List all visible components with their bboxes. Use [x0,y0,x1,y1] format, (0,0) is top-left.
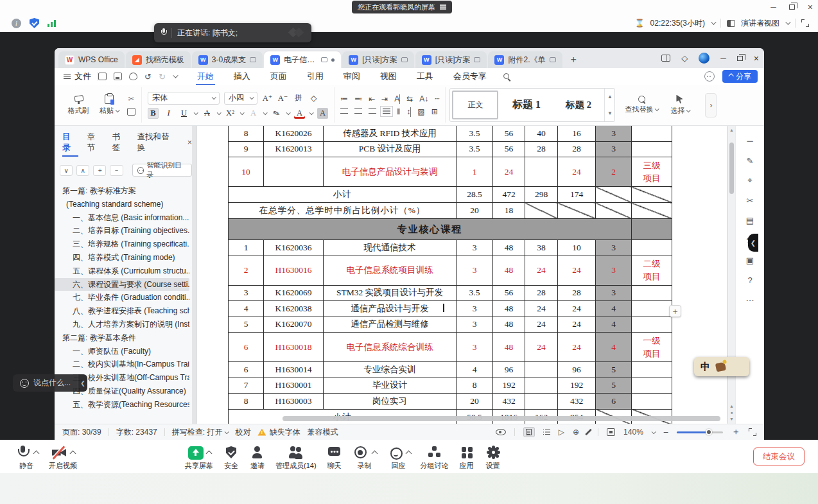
page-view-button[interactable] [523,427,535,437]
table-cell[interactable]: 24 [525,317,558,333]
table-cell[interactable]: H1630003 [264,394,324,410]
toolbar-聊天[interactable]: 聊天 [326,444,343,471]
timer-caret-icon[interactable] [711,19,716,24]
table-cell[interactable]: 20 [457,394,493,410]
save-icon[interactable] [98,73,107,80]
web-view-icon[interactable]: ⊕ [573,428,579,437]
paste-button[interactable]: 粘贴 [96,94,122,116]
outline-item[interactable]: 五、课程体系 (Curriculum structu... [55,265,189,278]
menu-视图[interactable]: 视图 [379,68,398,85]
table-cell[interactable]: H1630001 [264,378,324,394]
wps-tab-[只读]方案[interactable]: W[只读]方案 [415,51,487,68]
align-left-icon[interactable] [340,109,348,114]
text-effects-button[interactable]: A [248,108,259,119]
outline-item[interactable]: 第二篇: 教学基本条件 [55,331,189,345]
cjk-layout-icon[interactable]: ⇆ [406,94,413,103]
select-cursor-icon[interactable]: ⌖ [744,175,756,186]
caret-up-icon[interactable] [33,451,40,457]
table-cell[interactable] [632,126,672,141]
table-cell[interactable]: 56 [493,141,525,157]
table-cell[interactable]: 24 [558,317,596,333]
table-cell[interactable]: 2 [596,157,632,187]
table-cell[interactable]: 432 [558,394,596,410]
table-cell[interactable]: 一级项目 [632,333,672,362]
view-caret-icon[interactable] [785,19,790,24]
style-heading1[interactable]: 标题 1 [500,89,552,121]
table-cell[interactable]: 38 [525,240,558,256]
table-cell[interactable] [632,378,672,394]
highlight-pen-button[interactable]: ✎ [270,106,284,120]
superscript-button[interactable]: X² [225,108,236,119]
table-cell[interactable]: 4 [596,333,632,362]
table-cell[interactable]: 电子信息系统项目训练 [324,256,457,285]
table-cell[interactable] [632,285,672,301]
align-center-icon[interactable] [354,109,362,114]
table-cell[interactable]: 96 [493,362,525,378]
borders-icon[interactable]: ⊞ [431,107,438,116]
caption-placeholder[interactable]: 说点什么... [33,378,71,388]
toolbar-邀请[interactable]: 邀请 [249,444,266,471]
table-cell[interactable] [632,187,672,203]
table-cell[interactable] [558,203,596,219]
table-cell[interactable]: 4 [229,301,264,317]
end-meeting-button[interactable]: 结束会议 [753,448,805,465]
scrollbar-thumb[interactable] [729,143,734,194]
format-painter-button[interactable]: 格式刷 [65,95,91,116]
table-cell[interactable] [632,141,672,157]
style-normal[interactable]: 正文 [452,91,498,119]
help-icon[interactable]: ? [744,274,756,286]
outline-item[interactable]: 一、师资队伍 (Faculty) [55,345,189,358]
table-cell[interactable]: 28.5 [457,187,493,203]
search-icon[interactable] [503,73,509,79]
outline-minus-button[interactable]: － [110,165,123,176]
table-cell[interactable]: 20 [457,203,493,219]
table-cell[interactable]: 专业综合实训 [324,362,457,378]
caret-up-icon[interactable] [205,451,212,457]
zoom-out-button[interactable]: − [663,427,668,437]
table-cell[interactable]: 3 [457,256,493,285]
cut-icon[interactable]: ✂ [744,195,756,206]
table-cell[interactable]: 3 [457,317,493,333]
menu-审阅[interactable]: 审阅 [342,68,361,85]
menu-引用[interactable]: 引用 [306,68,325,85]
toolbar-录制[interactable]: 录制 [352,444,377,471]
prev-page-icon[interactable]: ▲ [729,404,734,408]
table-cell[interactable]: 电子信息产品设计与装调 [324,157,457,187]
table-cell[interactable]: 3 [457,240,493,256]
toolbar-静音[interactable]: 静音 [14,444,39,471]
table-cell[interactable]: 在总学分、总学时中所占比例小计（%） [229,203,457,219]
outline-item[interactable]: 二、校内实训基地(In-Campus Train... [55,358,189,371]
table-cell[interactable] [525,157,558,187]
wps-restore-button[interactable] [737,56,743,61]
caret-up-icon[interactable] [70,451,76,457]
table-cell[interactable]: 24 [558,256,596,285]
italic-button[interactable]: I [163,108,174,119]
avatar[interactable] [699,53,709,64]
font-color-button[interactable]: A [294,108,305,119]
table-cell[interactable]: 8 [229,126,264,141]
table-cell[interactable]: 3 [229,285,264,301]
phonetic-guide-button[interactable]: 拼 [293,92,304,103]
table-cell[interactable]: 10 [558,240,596,256]
table-cell[interactable]: 3.5 [457,141,493,157]
print-icon[interactable] [114,73,122,80]
capture-icon[interactable]: ▣ [744,254,756,266]
wps-tab-[只读]方案[interactable]: W[只读]方案 [342,51,414,68]
table-cell[interactable]: 96 [558,362,596,378]
shading-icon[interactable]: ▨ [417,107,424,116]
split-view-icon[interactable] [661,55,670,62]
table-cell[interactable] [596,187,632,203]
ruler-icon[interactable]: ┄ [435,94,439,103]
style-scroll-down-icon[interactable]: ▼ [607,110,613,116]
table-cell[interactable]: 专业核心课程 [229,219,632,240]
table-cell[interactable]: 3 [596,126,632,141]
table-cell[interactable]: STM32 实践项目设计与开发 [324,285,457,301]
char-shading-button[interactable]: A [317,108,328,119]
text-direction-icon[interactable]: A [394,94,400,103]
wps-tab-找稻壳模板[interactable]: ◢找稻壳模板 [126,51,191,68]
table-cell[interactable]: H1630014 [264,362,324,378]
distribute-icon[interactable]: ⦀ [397,107,400,116]
sidebar-tab-findreplace[interactable]: 查找和替换 [137,132,177,153]
table-cell[interactable]: 8 [457,378,493,394]
ink-icon[interactable] [585,429,592,436]
